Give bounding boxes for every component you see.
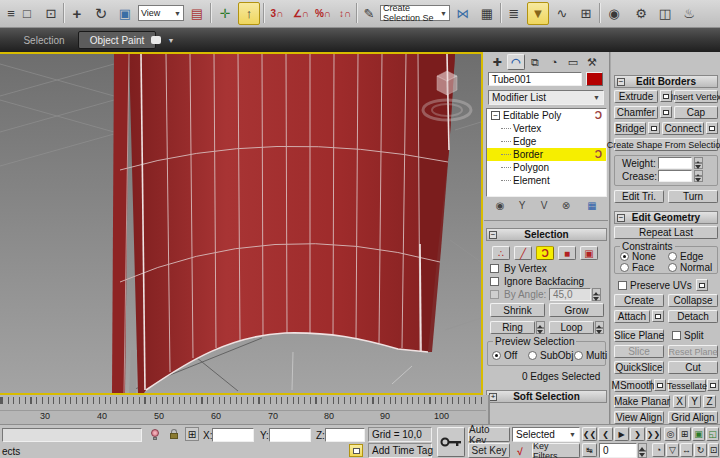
constraint-none-radio[interactable]: [620, 252, 629, 261]
ring-spinner[interactable]: [536, 321, 545, 334]
pan-icon[interactable]: ↔: [680, 443, 693, 457]
modifier-list-dropdown[interactable]: Modifier List▼: [488, 90, 604, 105]
collapse-icon[interactable]: −: [491, 111, 500, 120]
ribbon-options-dropdown-icon[interactable]: ▼: [166, 31, 176, 49]
previous-frame-icon[interactable]: ❮: [598, 427, 613, 441]
bridge-settings-button[interactable]: [648, 122, 660, 134]
constraint-normal-radio[interactable]: [668, 263, 677, 272]
orbit-icon[interactable]: ↻: [694, 443, 707, 457]
align-icon[interactable]: ▦: [476, 2, 498, 25]
stack-row-vertex[interactable]: Vertex: [487, 122, 606, 135]
turn-button[interactable]: Turn: [668, 190, 718, 203]
rectangular-selection-region-icon[interactable]: □: [16, 2, 38, 25]
auto-key-button[interactable]: Auto Key: [468, 427, 510, 442]
zoom-extents-icon[interactable]: ▣: [692, 427, 705, 441]
edit-named-selection-sets-icon[interactable]: ✎: [358, 2, 380, 25]
make-planar-button[interactable]: Make Planar: [614, 395, 670, 408]
loop-button[interactable]: Loop: [549, 321, 594, 334]
go-to-start-icon[interactable]: ❮❮: [582, 427, 597, 441]
keyboard-shortcut-override-icon[interactable]: ↑: [238, 2, 260, 25]
reference-coordinate-system-dropdown[interactable]: View▼: [138, 5, 184, 21]
stack-row-polygon[interactable]: Polygon: [487, 161, 606, 174]
msmooth-button[interactable]: MSmooth: [614, 379, 652, 392]
edit-geometry-rollout-header[interactable]: − Edit Geometry: [614, 211, 718, 224]
slice-plane-button[interactable]: Slice Plane: [614, 329, 664, 342]
spinner-snap-icon[interactable]: ↕∩: [334, 2, 356, 25]
material-editor-icon[interactable]: ◉: [603, 2, 625, 25]
select-and-manipulate-icon[interactable]: ✛: [214, 2, 236, 25]
select-and-move-icon[interactable]: +: [66, 2, 88, 25]
ignore-backfacing-checkbox[interactable]: [490, 277, 499, 286]
key-filters-button[interactable]: Key Filters...: [532, 443, 580, 458]
zoom-all-icon[interactable]: ⊞: [678, 427, 691, 441]
snaps-toggle-icon[interactable]: 3∩: [266, 2, 288, 25]
weight-spinner[interactable]: [694, 157, 703, 169]
by-vertex-checkbox[interactable]: [490, 264, 499, 273]
connect-button[interactable]: Connect: [662, 122, 704, 135]
set-key-mode-icon[interactable]: [437, 427, 465, 457]
constraint-face-radio[interactable]: [620, 263, 629, 272]
make-planar-x-button[interactable]: X: [673, 395, 686, 408]
preview-off-radio[interactable]: [492, 351, 501, 360]
grow-button[interactable]: Grow: [549, 303, 604, 317]
quickslice-button[interactable]: QuickSlice: [614, 361, 664, 374]
x-coordinate-field[interactable]: [212, 428, 254, 442]
selection-lock-icon[interactable]: [168, 428, 180, 441]
weight-field[interactable]: [658, 157, 692, 169]
isolate-lightbulb-icon[interactable]: [150, 429, 160, 441]
selection-rollout-header[interactable]: − Selection: [486, 228, 607, 241]
bridge-button[interactable]: Bridge: [614, 122, 646, 135]
by-angle-field[interactable]: 45,0: [549, 288, 591, 301]
stack-row-element[interactable]: Element: [487, 174, 606, 187]
configure-modifier-sets-icon[interactable]: ▦: [584, 199, 600, 212]
pin-stack-icon[interactable]: ◉: [492, 199, 508, 212]
track-bar-ruler[interactable]: [0, 397, 486, 411]
grid-align-button[interactable]: Grid Align: [668, 411, 718, 424]
y-coordinate-field[interactable]: [269, 428, 311, 442]
loop-spinner[interactable]: [595, 321, 604, 334]
cut-button[interactable]: Cut: [668, 361, 718, 374]
time-configuration-icon[interactable]: ◔: [652, 443, 665, 457]
vertex-subobject-icon[interactable]: ∴: [492, 246, 510, 260]
tab-selection[interactable]: Selection: [14, 31, 74, 49]
tab-utilities-icon[interactable]: ⚒: [583, 54, 601, 70]
object-color-swatch[interactable]: [586, 72, 603, 86]
current-frame-field[interactable]: 0: [599, 443, 637, 458]
transform-type-in-icon[interactable]: ⊞: [185, 427, 199, 441]
show-end-result-icon[interactable]: Y: [514, 199, 530, 212]
chamfer-settings-button[interactable]: [660, 106, 672, 118]
field-of-view-icon[interactable]: ▽: [666, 443, 679, 457]
key-mode-toggle-icon[interactable]: ↹: [582, 443, 597, 457]
edit-borders-rollout-header[interactable]: − Edit Borders: [614, 75, 718, 88]
play-icon[interactable]: ▶: [614, 427, 629, 441]
tab-hierarchy-icon[interactable]: ⧉: [526, 54, 544, 70]
schematic-view-icon[interactable]: ⊞: [575, 2, 597, 25]
tab-modify-icon[interactable]: ◠: [507, 54, 525, 70]
next-frame-icon[interactable]: ❯: [630, 427, 645, 441]
tab-display-icon[interactable]: ▭: [564, 54, 582, 70]
attach-settings-button[interactable]: [652, 310, 664, 322]
reset-plane-button[interactable]: Reset Plane: [668, 345, 718, 358]
percent-snap-icon[interactable]: %∩: [312, 2, 334, 25]
shrink-button[interactable]: Shrink: [490, 303, 545, 317]
make-planar-y-button[interactable]: Y: [688, 395, 701, 408]
default-in-out-tangents-icon[interactable]: √: [512, 444, 528, 458]
stack-row-edge[interactable]: Edge: [487, 135, 606, 148]
preview-multi-radio[interactable]: [574, 351, 583, 360]
split-checkbox[interactable]: [672, 331, 681, 340]
frame-spinner[interactable]: [638, 443, 647, 458]
tab-motion-icon[interactable]: ◔: [545, 54, 563, 70]
insert-vertex-button[interactable]: Insert Vertex: [674, 90, 718, 103]
create-shape-button[interactable]: Create Shape From Selection: [614, 138, 718, 151]
named-selection-sets-dropdown[interactable]: Create Selection Se▼: [380, 5, 450, 21]
object-name-field[interactable]: Tube001: [488, 72, 582, 86]
window-crossing-icon[interactable]: ⊡: [40, 2, 62, 25]
select-and-scale-icon[interactable]: ▣: [114, 2, 136, 25]
render-setup-icon[interactable]: ⚙: [630, 2, 652, 25]
chamfer-button[interactable]: Chamfer: [614, 106, 658, 119]
render-production-icon[interactable]: ♨: [678, 2, 700, 25]
z-coordinate-field[interactable]: [325, 428, 365, 442]
crease-field[interactable]: [658, 170, 692, 182]
soft-selection-rollout-header[interactable]: + Soft Selection: [486, 390, 607, 403]
attach-button[interactable]: Attach: [614, 310, 650, 323]
